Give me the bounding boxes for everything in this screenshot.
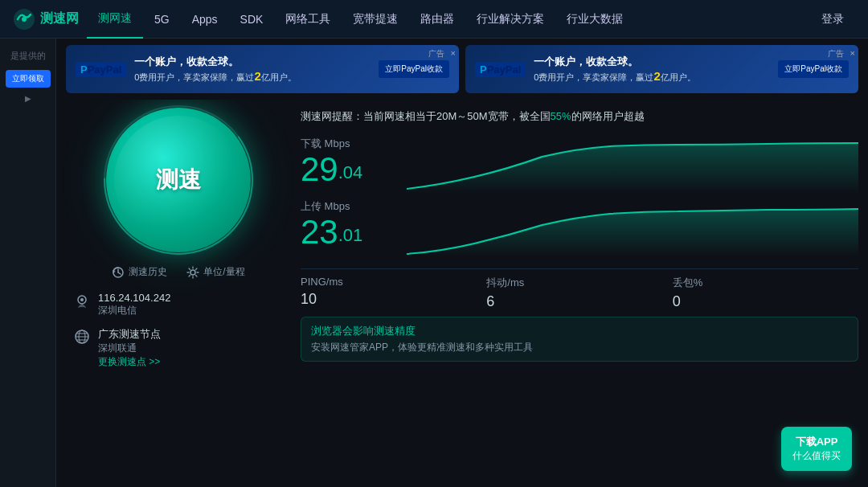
speed-area: 测速 测速历史 (56, 100, 868, 487)
ad-text-block-2: 一个账户，收款全球。 0费用开户，享卖家保障，赢过2亿用户。 (534, 55, 778, 84)
loss-value: 0 (673, 293, 858, 310)
svg-point-9 (80, 298, 84, 301)
download-value-row: 29 .04 (301, 153, 389, 186)
ip-address-row: 116.24.104.242 深圳电信 (74, 292, 283, 317)
change-node-link[interactable]: 更换测速点 >> (98, 355, 161, 369)
logo-text: 测速网 (40, 10, 79, 27)
main-content: 是提供的 立即领取 ▶ PPayPal 一个账户，收款全球。 0费用开户，享卖家… (0, 39, 868, 487)
nav-item-tools[interactable]: 网络工具 (274, 0, 342, 39)
ad-close-2[interactable]: × (850, 48, 855, 58)
upload-label: 上传 Mbps (301, 199, 389, 214)
download-app-line2: 什么值得买 (792, 449, 841, 463)
download-metric: 下载 Mbps 29 .04 (301, 137, 389, 186)
download-decimal: .04 (338, 162, 363, 183)
nav-item-apps[interactable]: Apps (181, 0, 229, 39)
speed-controls: 测速历史 单位/量程 (112, 265, 244, 279)
upload-decimal: .01 (338, 225, 363, 246)
loss-label: 丢包% (673, 276, 858, 290)
alert-bar: 测速网提醒：当前网速相当于20M～50M宽带，被全国55%的网络用户超越 (301, 103, 858, 130)
location-icon (74, 293, 90, 313)
ad-cta-2[interactable]: 立即PayPal收款 (778, 60, 849, 78)
logo-icon (13, 8, 35, 31)
settings-icon (186, 266, 199, 279)
nav-item-bigdata[interactable]: 行业大数据 (555, 0, 634, 39)
nav-item-5g[interactable]: 5G (143, 0, 181, 39)
ad-banner-1: PPayPal 一个账户，收款全球。 0费用开户，享卖家保障，赢过2亿用户。 立… (66, 45, 459, 93)
ip-node-isp: 深圳联通 (98, 342, 161, 355)
info-bar-title: 浏览器会影响测速精度 (311, 324, 848, 338)
sidebar-provided-text: 是提供的 (6, 47, 51, 65)
ip-node: 广东测速节点 (98, 327, 161, 342)
svg-point-1 (22, 17, 27, 22)
svg-line-6 (118, 272, 121, 274)
node-details: 广东测速节点 深圳联通 更换测速点 >> (98, 327, 161, 369)
ad-banner-2: PPayPal 一个账户，收款全球。 0费用开户，享卖家保障，赢过2亿用户。 立… (465, 45, 858, 93)
globe-icon (74, 329, 90, 349)
ip-info: 116.24.104.242 深圳电信 (66, 292, 291, 369)
download-label: 下载 Mbps (301, 137, 389, 151)
upload-chart-svg (407, 199, 858, 256)
speed-circle-label: 测速 (156, 165, 201, 195)
ping-row: PING/ms 10 抖动/ms 6 丢包% 0 (301, 268, 858, 310)
upload-metric: 上传 Mbps 23 .01 (301, 199, 389, 249)
ad-close-1[interactable]: × (451, 48, 456, 58)
ping-item: PING/ms 10 (301, 276, 486, 310)
upload-section: 上传 Mbps 23 .01 (301, 199, 858, 256)
ip-address: 116.24.104.242 (98, 292, 170, 304)
sidebar-cta-button[interactable]: 立即领取 (6, 70, 51, 88)
upload-chart (407, 199, 858, 256)
download-chart (407, 137, 858, 193)
download-app-button[interactable]: 下载APP 什么值得买 (781, 427, 852, 471)
ip-node-row: 广东测速节点 深圳联通 更换测速点 >> (74, 327, 283, 369)
ip-details: 116.24.104.242 深圳电信 (98, 292, 170, 317)
download-section: 下载 Mbps 29 .04 (301, 137, 858, 193)
ad-line2-2: 0费用开户，享卖家保障，赢过2亿用户。 (534, 69, 778, 84)
ip-isp: 深圳电信 (98, 304, 170, 317)
info-bar-text: 安装网速管家APP，体验更精准测速和多种实用工具 (311, 341, 848, 354)
download-chart-svg (407, 137, 858, 193)
ad-tag-1: 广告 (428, 48, 444, 59)
ping-label: PING/ms (301, 276, 486, 288)
ad-line1-2: 一个账户，收款全球。 (534, 55, 778, 69)
loss-item: 丢包% 0 (673, 276, 858, 310)
nav-item-router[interactable]: 路由器 (409, 0, 465, 39)
jitter-label: 抖动/ms (486, 276, 672, 290)
nav-item-speedtest[interactable]: 测网速 (87, 0, 143, 39)
ad-line1-1: 一个账户，收款全球。 (134, 55, 379, 69)
download-value: 29 (301, 153, 338, 186)
jitter-value: 6 (486, 293, 672, 310)
main-nav: 测网速 5G Apps SDK 网络工具 宽带提速 路由器 行业解决方案 行业大… (87, 0, 855, 39)
history-icon (112, 266, 125, 279)
speed-test-button[interactable]: 测速 (106, 108, 251, 252)
sidebar: 是提供的 立即领取 ▶ (0, 39, 56, 487)
logo[interactable]: 测速网 (13, 8, 79, 31)
history-button[interactable]: 测速历史 (112, 265, 167, 279)
svg-point-7 (190, 270, 195, 275)
upload-value: 23 (301, 215, 338, 249)
ad-line2-1: 0费用开户，享卖家保障，赢过2亿用户。 (134, 69, 379, 84)
ads-row: PPayPal 一个账户，收款全球。 0费用开户，享卖家保障，赢过2亿用户。 立… (56, 39, 868, 100)
speed-left-panel: 测速 测速历史 (66, 100, 291, 481)
content-area: PPayPal 一个账户，收款全球。 0费用开户，享卖家保障，赢过2亿用户。 立… (56, 39, 868, 487)
ping-value: 10 (301, 291, 486, 308)
ad-paypal-logo-2: PPayPal (475, 62, 526, 77)
header: 测速网 测网速 5G Apps SDK 网络工具 宽带提速 路由器 行业解决方案… (0, 0, 868, 39)
nav-item-industry[interactable]: 行业解决方案 (465, 0, 555, 39)
ad-text-block-1: 一个账户，收款全球。 0费用开户，享卖家保障，赢过2亿用户。 (134, 55, 379, 84)
sidebar-arrow-icon: ▶ (25, 94, 31, 103)
jitter-item: 抖动/ms 6 (486, 276, 672, 310)
settings-button[interactable]: 单位/量程 (186, 265, 244, 279)
ad-paypal-logo-1: PPayPal (76, 62, 126, 77)
speed-right-panel: 测速网提醒：当前网速相当于20M～50M宽带，被全国55%的网络用户超越 下载 … (301, 100, 858, 481)
login-button[interactable]: 登录 (810, 12, 855, 27)
upload-value-row: 23 .01 (301, 215, 389, 249)
nav-item-broadband[interactable]: 宽带提速 (342, 0, 409, 39)
ad-tag-2: 广告 (828, 48, 844, 59)
download-app-line1: 下载APP (792, 435, 841, 449)
nav-item-sdk[interactable]: SDK (229, 0, 275, 39)
info-bar: 浏览器会影响测速精度 安装网速管家APP，体验更精准测速和多种实用工具 (301, 317, 858, 362)
speed-circle-container: 测速 (106, 108, 251, 252)
ad-cta-1[interactable]: 立即PayPal收款 (379, 60, 449, 78)
